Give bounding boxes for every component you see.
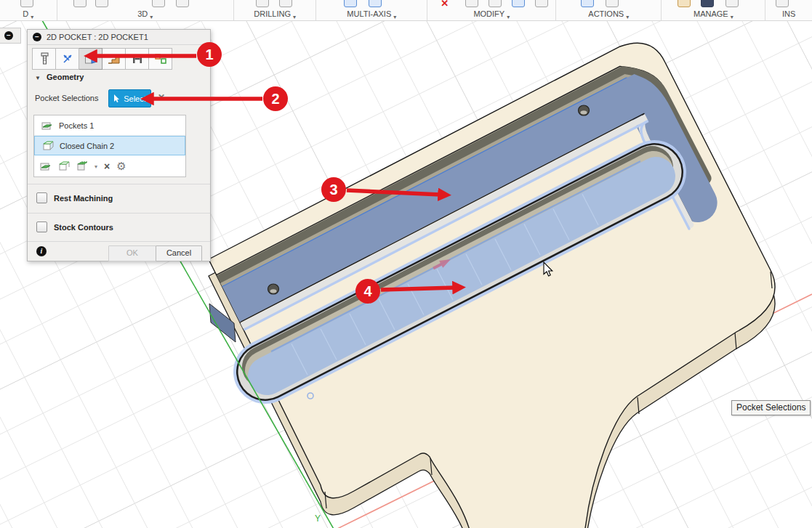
toolbar-icon[interactable] (701, 0, 714, 7)
2d-pocket-dialog: − 2D POCKET : 2D POCKET1 (27, 29, 211, 261)
toolbar-group-label: 3D (137, 9, 148, 20)
select-button[interactable]: Select (108, 89, 151, 107)
face-select-mode-icon[interactable] (76, 161, 88, 171)
selection-list: Pockets 1 Closed Chain 2 (33, 115, 186, 177)
section-title: Geometry (47, 73, 84, 81)
toolbar-icon[interactable] (489, 0, 502, 7)
toolbar-group-3d[interactable]: 3D▾ (57, 0, 234, 20)
ok-button[interactable]: OK (108, 245, 156, 261)
toolbar-icon[interactable] (606, 0, 619, 7)
geometry-section-header[interactable]: ▼ Geometry (35, 73, 84, 81)
toolbar-icon[interactable] (20, 0, 33, 7)
tab-tool[interactable] (32, 48, 56, 70)
toolbar-group-label: INS (782, 9, 795, 20)
toolbar-icon[interactable] (776, 0, 789, 7)
toolbar-group-2d[interactable]: D▾ (0, 0, 57, 20)
toolbar-icon[interactable] (176, 0, 189, 7)
minus-icon: − (4, 31, 13, 40)
chevron-down-icon: ▾ (31, 14, 33, 20)
y-axis-label: Y (315, 513, 321, 524)
toolbar-group-actions[interactable]: ACTIONS▾ (556, 0, 662, 20)
selection-mode-row: ▾ × ⚙ (34, 155, 185, 177)
linking-icon (153, 52, 168, 66)
toolbar-icon[interactable] (581, 0, 594, 7)
rest-machining-row: Rest Machining (36, 192, 113, 203)
toolbar-icon[interactable] (152, 0, 165, 7)
toolbar-group-modify[interactable]: ✕ MODIFY▾ (427, 0, 556, 20)
pocket-selections-label: Pocket Selections (35, 94, 98, 102)
toolbar-group-inspect[interactable]: INS (765, 0, 812, 20)
gear-icon[interactable]: ⚙ (116, 160, 126, 173)
chevron-down-icon: ▾ (731, 14, 733, 20)
list-item-label: Pockets 1 (59, 121, 94, 130)
tab-geometry[interactable] (79, 48, 102, 70)
chevron-down-icon: ▾ (626, 14, 629, 20)
minus-icon: − (33, 33, 41, 41)
chain-select-mode-icon[interactable] (58, 161, 70, 171)
cursor-icon (113, 94, 121, 103)
toolbar-group-label: DRILLING (254, 9, 291, 20)
pocket-select-mode-icon[interactable] (40, 161, 52, 171)
tab-coordinate[interactable] (56, 48, 79, 70)
tab-heights[interactable] (102, 48, 126, 70)
chevron-down-icon: ▾ (293, 14, 296, 20)
toolbar-group-label: ACTIONS (588, 9, 624, 20)
dialog-tabstrip (32, 48, 172, 70)
list-item-closed-chain[interactable]: Closed Chain 2 (34, 136, 185, 155)
toolbar-icon[interactable] (279, 0, 292, 7)
toolbar-group-label: MULTI-AXIS (347, 9, 391, 20)
toolbar-icon[interactable] (344, 0, 357, 7)
toolbar-icon[interactable] (678, 0, 691, 7)
geometry-cube-icon (84, 52, 98, 66)
toolbar-icon[interactable] (535, 0, 548, 7)
tool-icon (37, 52, 52, 66)
rest-machining-label: Rest Machining (54, 194, 113, 203)
pocket-icon (41, 121, 53, 131)
coordinate-arrows-icon (60, 52, 75, 66)
stock-contours-label: Stock Contours (54, 223, 113, 232)
list-item-label: Closed Chain 2 (60, 142, 114, 150)
dialog-title: 2D POCKET : 2D POCKET1 (47, 33, 148, 41)
stock-contours-checkbox[interactable] (36, 222, 47, 232)
info-icon[interactable]: i (36, 246, 47, 256)
stock-contours-row: Stock Contours (36, 222, 113, 232)
chevron-down-icon: ▾ (507, 14, 510, 20)
toolbar-icon[interactable] (512, 0, 525, 7)
list-item-pockets[interactable]: Pockets 1 (34, 115, 185, 136)
chevron-down-icon: ▾ (393, 14, 396, 20)
divider (28, 213, 210, 214)
passes-icon (130, 52, 145, 66)
divider (28, 184, 210, 184)
toolbar-group-drilling[interactable]: DRILLING▾ (234, 0, 316, 20)
toolbar-icon[interactable] (465, 0, 478, 7)
collapsed-panel-fragment[interactable]: − (0, 28, 21, 44)
divider (28, 241, 210, 242)
heights-icon (107, 52, 121, 66)
tab-passes[interactable] (126, 48, 149, 70)
closed-chain-icon (42, 141, 54, 151)
rest-machining-checkbox[interactable] (36, 192, 47, 203)
dialog-titlebar[interactable]: − 2D POCKET : 2D POCKET1 (28, 30, 210, 45)
toolbar-icon[interactable] (73, 0, 87, 7)
tab-linking[interactable] (149, 48, 172, 70)
toolbar-group-label: MANAGE (694, 9, 728, 20)
chevron-down-icon: ▾ (150, 14, 153, 20)
toolbar-group-manage[interactable]: MANAGE▾ (662, 0, 765, 20)
chevron-down-icon: ▼ (35, 75, 41, 81)
select-button-label: Select (124, 94, 146, 103)
chevron-down-icon[interactable]: ▾ (95, 163, 97, 170)
toolbar-group-label: D (23, 9, 28, 20)
delete-selection-icon[interactable]: × (104, 161, 110, 172)
clear-selection-icon[interactable]: ✕ (158, 92, 165, 102)
ribbon-toolbar: D▾ 3D▾ DRILLING▾ MULTI-AXIS▾ ✕ MODIFY▾ A… (0, 0, 812, 21)
toolbar-icon[interactable] (256, 0, 269, 7)
toolbar-group-multi-axis[interactable]: MULTI-AXIS▾ (316, 0, 427, 20)
toolbar-group-label: MODIFY (473, 9, 505, 20)
toolbar-icon[interactable] (95, 0, 108, 7)
toolbar-icon[interactable] (369, 0, 382, 7)
cancel-button[interactable]: Cancel (156, 245, 202, 261)
viewport-tooltip: Pocket Selections (731, 400, 811, 415)
delete-icon[interactable]: ✕ (441, 0, 452, 8)
toolbar-icon[interactable] (725, 0, 739, 7)
